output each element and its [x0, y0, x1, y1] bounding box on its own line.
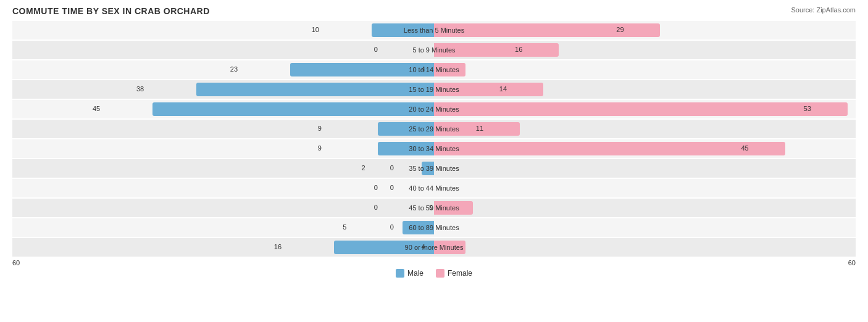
female-bar [434, 241, 465, 254]
chart-row: 20 to 24 Minutes4553 [12, 100, 856, 118]
male-value: 0 [374, 46, 378, 53]
chart-row: 90 or more Minutes164 [12, 238, 856, 257]
legend: Male Female [12, 269, 856, 278]
female-bar [434, 142, 785, 155]
female-bar [434, 23, 660, 37]
chart-row: Less than 5 Minutes1029 [12, 21, 856, 39]
male-bar [152, 102, 434, 116]
male-value: 23 [230, 65, 238, 73]
row-label: 35 to 39 Minutes [409, 165, 459, 172]
male-bar [403, 221, 434, 234]
axis-right-label: 60 [848, 259, 856, 266]
male-value: 5 [343, 223, 346, 231]
male-bar [378, 142, 434, 155]
chart-area: Less than 5 Minutes10295 to 9 Minutes016… [12, 21, 856, 257]
female-bar [434, 63, 465, 76]
male-bar [372, 23, 434, 37]
female-value: 45 [741, 144, 748, 152]
chart-row: 30 to 34 Minutes945 [12, 139, 856, 158]
female-color-box [436, 269, 444, 278]
female-value: 14 [499, 85, 507, 93]
male-value: 16 [274, 243, 282, 250]
chart-title: COMMUTE TIME BY SEX IN CRAB ORCHARD [12, 6, 856, 16]
female-value: 11 [476, 125, 483, 132]
male-value: 45 [93, 105, 100, 112]
legend-female: Female [436, 269, 472, 278]
chart-row: 15 to 19 Minutes3814 [12, 80, 856, 99]
male-color-box [396, 269, 404, 278]
chart-row: 40 to 44 Minutes00 [12, 179, 856, 197]
legend-male-label: Male [407, 269, 424, 278]
male-value: 38 [136, 85, 144, 93]
male-value: 0 [374, 184, 378, 191]
row-label: 40 to 44 Minutes [409, 184, 459, 192]
male-value: 9 [318, 125, 322, 132]
legend-female-label: Female [448, 269, 472, 278]
female-value: 29 [616, 26, 624, 33]
male-value: 9 [318, 144, 322, 152]
male-bar [196, 83, 434, 96]
female-value: 0 [390, 164, 394, 171]
male-value: 2 [362, 164, 365, 171]
legend-male: Male [396, 269, 424, 278]
female-value: 5 [429, 204, 433, 211]
female-value: 4 [421, 65, 425, 73]
chart-row: 45 to 59 Minutes05 [12, 199, 856, 217]
chart-row: 10 to 14 Minutes234 [12, 60, 856, 79]
male-value: 0 [374, 204, 378, 211]
male-bar [378, 122, 434, 136]
female-bar [434, 83, 543, 96]
male-bar [290, 63, 434, 76]
female-bar [434, 201, 473, 215]
axis-bottom: 60 60 [12, 259, 856, 266]
axis-left-label: 60 [12, 259, 20, 266]
chart-container: COMMUTE TIME BY SEX IN CRAB ORCHARD Sour… [0, 0, 868, 322]
female-value: 4 [421, 243, 425, 250]
chart-row: 35 to 39 Minutes20 [12, 159, 856, 178]
male-value: 10 [312, 26, 319, 33]
chart-row: 25 to 29 Minutes911 [12, 120, 856, 138]
female-value: 0 [390, 223, 394, 231]
male-bar [422, 162, 434, 175]
female-value: 0 [390, 184, 394, 191]
female-bar [434, 43, 559, 57]
chart-row: 5 to 9 Minutes016 [12, 41, 856, 59]
chart-row: 60 to 89 Minutes50 [12, 218, 856, 237]
source-text: Source: ZipAtlas.com [791, 6, 856, 14]
female-value: 16 [515, 46, 522, 53]
male-bar [334, 241, 434, 254]
female-bar [434, 102, 848, 116]
female-value: 53 [804, 105, 811, 112]
